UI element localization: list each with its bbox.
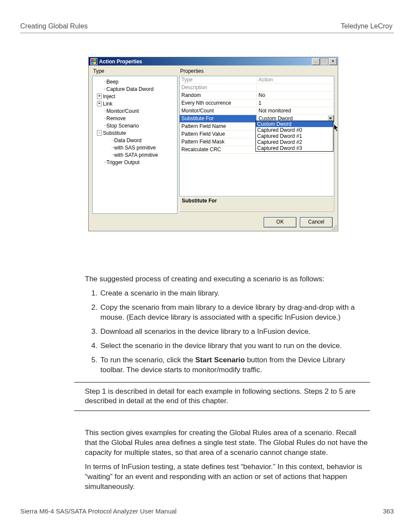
- tree-node[interactable]: ┄ with SATA primitive: [93, 151, 176, 159]
- tree-node[interactable]: ┄ Beep: [93, 78, 176, 85]
- tree-node-label: Substitute: [103, 130, 126, 136]
- tree-node-label: Remove: [106, 115, 126, 121]
- type-tree[interactable]: ┄ Beep┄ Capture Data Dword+ Inject+ Link…: [92, 76, 177, 214]
- titlebar[interactable]: Action Properties _ □ ×: [89, 57, 338, 65]
- dropdown-option[interactable]: Captured Dword #3: [256, 145, 333, 151]
- property-row[interactable]: Monitor/CountNot monitored: [180, 107, 334, 115]
- tree-node[interactable]: + Link: [93, 100, 176, 107]
- properties-label: Properties: [180, 68, 334, 74]
- header-left: Creating Global Rules: [20, 22, 88, 30]
- intro-paragraph: The suggested process of creating and ex…: [85, 274, 370, 284]
- property-name: Description: [180, 84, 257, 91]
- tree-node[interactable]: ┄ Stop Scenario: [93, 122, 176, 129]
- header-rule: [20, 33, 394, 33]
- property-value: [257, 84, 334, 91]
- page-header: Creating Global Rules Teledyne LeCroy: [20, 22, 394, 33]
- page-footer: Sierra M6-4 SAS/SATA Protocol Analyzer U…: [20, 507, 394, 515]
- step-item: To run the scenario, click the Start Sce…: [100, 355, 370, 375]
- tree-node[interactable]: - Substitute: [93, 129, 176, 137]
- tree-node[interactable]: + Inject: [93, 93, 176, 100]
- section-paragraph-1: This section gives examples for creating…: [85, 428, 370, 458]
- tree-node[interactable]: ┄ Data Dword: [93, 137, 176, 144]
- tree-node-label: with SAS primitive: [114, 145, 156, 151]
- ok-button[interactable]: OK: [264, 217, 296, 227]
- callout-block: Step 1 is described in detail for each e…: [74, 382, 370, 411]
- property-name: Type: [180, 76, 257, 84]
- tree-node-label: with SATA primitive: [114, 152, 158, 158]
- cursor-icon: [334, 124, 339, 132]
- dropdown-option[interactable]: Captured Dword #0: [256, 127, 333, 133]
- collapse-icon[interactable]: -: [97, 130, 102, 136]
- footer-page-number: 363: [383, 507, 394, 515]
- app-icon: [90, 58, 97, 65]
- dropdown-option[interactable]: Captured Dword #2: [256, 139, 333, 145]
- property-name: Random: [180, 92, 257, 99]
- property-name: Monitor/Count: [180, 107, 257, 115]
- tree-node[interactable]: ┄ Trigger Output: [93, 159, 176, 166]
- step-item: Download all scenarios in the device lib…: [100, 327, 370, 337]
- resize-grip[interactable]: [331, 224, 337, 230]
- tree-node[interactable]: ┄ Capture Data Dword: [93, 85, 176, 93]
- tree-node-label: Stop Scenario: [106, 123, 139, 129]
- property-name: Every Nth occurrence: [180, 100, 257, 107]
- tree-node-label: Data Dword: [114, 137, 141, 143]
- property-row: Description: [180, 84, 334, 92]
- callout-text: Step 1 is described in detail for each e…: [85, 383, 370, 411]
- help-title: Substitute For: [182, 198, 217, 204]
- property-row[interactable]: RandomNo: [180, 92, 334, 100]
- property-value[interactable]: Not monitored: [257, 107, 334, 115]
- action-properties-dialog: Action Properties _ □ × Type ┄ Beep┄ Cap…: [88, 57, 338, 231]
- property-row: TypeAction: [180, 76, 334, 84]
- tree-node-label: Capture Data Dword: [106, 86, 153, 92]
- property-name: Pattern Field Name: [180, 123, 257, 130]
- section-paragraph-2: In terms of InFusion testing, a state de…: [85, 462, 370, 492]
- property-grid[interactable]: TypeActionDescriptionRandomNoEvery Nth o…: [179, 76, 334, 196]
- tree-node[interactable]: ┄ with SAS primitive: [93, 144, 176, 151]
- step-item: Create a scenario in the main library.: [100, 289, 370, 299]
- start-scenario-label: Start Scenario: [195, 356, 245, 364]
- property-name: Pattern Field Value: [180, 131, 257, 138]
- step-item: Copy the scenario from main library to a…: [100, 303, 370, 323]
- tree-node[interactable]: ┄ Remove: [93, 115, 176, 122]
- tree-node-label: Trigger Output: [106, 159, 140, 165]
- property-name: Substitute For: [180, 115, 257, 122]
- property-value[interactable]: No: [257, 92, 334, 99]
- dropdown-option[interactable]: Captured Dword #1: [256, 133, 333, 139]
- dropdown-option[interactable]: Custom Dword: [256, 121, 333, 127]
- substitute-for-dropdown-list[interactable]: Custom DwordCaptured Dword #0Captured Dw…: [255, 121, 333, 152]
- expand-icon[interactable]: +: [97, 101, 102, 106]
- header-right: Teledyne LeCroy: [341, 22, 392, 30]
- minimize-button[interactable]: _: [312, 58, 320, 65]
- help-panel: Substitute For: [179, 196, 334, 212]
- expand-icon[interactable]: +: [97, 93, 102, 99]
- steps-list: Create a scenario in the main library.Co…: [85, 289, 370, 375]
- tree-node-label: Monitor/Count: [106, 108, 139, 114]
- tree-node-label: Link: [103, 101, 112, 107]
- property-name: Pattern Field Mask: [180, 138, 257, 146]
- window-title: Action Properties: [99, 59, 312, 65]
- document-body: The suggested process of creating and ex…: [85, 274, 370, 492]
- tree-node[interactable]: ┄ Monitor/Count: [93, 107, 176, 115]
- cancel-button[interactable]: Cancel: [300, 217, 333, 227]
- type-label: Type: [93, 68, 177, 74]
- footer-left: Sierra M6-4 SAS/SATA Protocol Analyzer U…: [20, 507, 177, 515]
- property-value[interactable]: 1: [257, 100, 334, 107]
- close-button[interactable]: ×: [329, 58, 337, 65]
- maximize-button: □: [321, 58, 328, 65]
- step-item: Select the scenario in the device librar…: [100, 341, 370, 351]
- property-name: Recalculate CRC: [180, 146, 257, 153]
- property-row[interactable]: Every Nth occurrence1: [180, 100, 334, 107]
- tree-node-label: Beep: [106, 79, 118, 85]
- tree-node-label: Inject: [103, 93, 115, 100]
- property-value: Action: [257, 76, 334, 84]
